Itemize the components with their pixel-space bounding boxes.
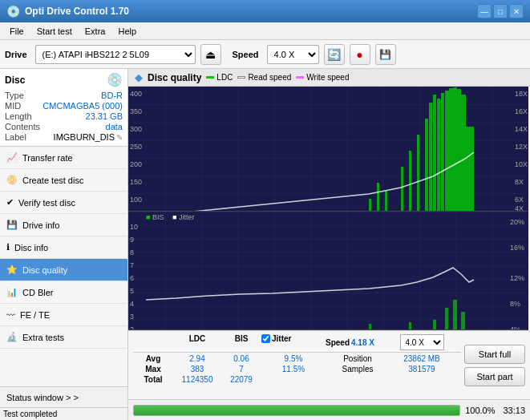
menu-file[interactable]: File bbox=[3, 25, 30, 38]
content-area: ◆ Disc quality LDC Read speed Write spee… bbox=[128, 69, 530, 420]
main: Disc 💿 Type BD-R MID CMCMAGBA5 (000) Len… bbox=[0, 69, 530, 420]
red-disc-button[interactable]: ● bbox=[350, 44, 370, 65]
svg-text:20%: 20% bbox=[510, 218, 524, 226]
max-bis: 7 bbox=[221, 365, 261, 374]
sidebar-item-disc-info[interactable]: ℹ Disc info bbox=[0, 236, 127, 259]
disc-quality-label: Disc quality bbox=[22, 265, 67, 275]
progress-bar-area: 100.0% 33:13 bbox=[128, 399, 530, 420]
disc-mid-value: CMCMAGBA5 (000) bbox=[42, 101, 123, 111]
svg-text:5: 5 bbox=[130, 287, 134, 295]
extra-tests-label: Extra tests bbox=[22, 333, 64, 342]
sidebar-item-create-test-disc[interactable]: 📀 Create test disc bbox=[0, 169, 127, 192]
read-speed-legend-label: Read speed bbox=[248, 73, 291, 82]
svg-text:4: 4 bbox=[130, 300, 134, 308]
jitter-checkbox[interactable] bbox=[261, 334, 270, 343]
total-label: Total bbox=[133, 375, 173, 384]
svg-rect-44 bbox=[409, 151, 411, 212]
save-button[interactable]: 💾 bbox=[375, 44, 396, 65]
total-bis: 22079 bbox=[221, 375, 261, 384]
transfer-rate-icon: 📈 bbox=[6, 152, 18, 163]
total-empty2 bbox=[390, 375, 454, 384]
disc-contents-value: data bbox=[106, 122, 123, 131]
ldc-legend-label: LDC bbox=[216, 73, 233, 82]
fe-te-label: FE / TE bbox=[20, 310, 50, 320]
sidebar-item-drive-info[interactable]: 💾 Drive info bbox=[0, 214, 127, 236]
verify-test-disc-icon: ✔ bbox=[6, 197, 14, 208]
drive-select[interactable]: (E:) ATAPI iHBS212 2 5L09 bbox=[35, 45, 196, 64]
cd-bler-icon: 📊 bbox=[6, 287, 18, 297]
speed-select[interactable]: 4.0 X bbox=[267, 45, 319, 64]
verify-test-disc-label: Verify test disc bbox=[18, 198, 75, 208]
menu-extra[interactable]: Extra bbox=[79, 25, 112, 38]
jitter-checkbox-container[interactable]: Jitter bbox=[261, 334, 326, 343]
svg-text:■: ■ bbox=[146, 213, 150, 221]
stats-table: LDC BIS Jitter Speed 4.18 X 4 bbox=[133, 334, 461, 396]
sidebar-item-fe-te[interactable]: 〰 FE / TE bbox=[0, 304, 127, 326]
sidebar-item-transfer-rate[interactable]: 📈 Transfer rate bbox=[0, 147, 127, 169]
disc-label-row: Label IMGBURN_DIS ✎ bbox=[5, 132, 123, 142]
bis-chart: ■ BIS ■ Jitter 10 9 8 7 6 5 4 3 2 1 20% … bbox=[128, 212, 528, 330]
close-button[interactable]: ✕ bbox=[509, 4, 524, 18]
maximize-button[interactable]: □ bbox=[493, 4, 508, 18]
svg-text:14X: 14X bbox=[515, 125, 528, 133]
svg-text:150: 150 bbox=[130, 178, 142, 186]
eject-button[interactable]: ⏏ bbox=[200, 44, 221, 65]
minimize-button[interactable]: — bbox=[477, 4, 492, 18]
stats-header: LDC BIS Jitter Speed 4.18 X 4 bbox=[133, 334, 461, 353]
write-speed-legend-label: Write speed bbox=[306, 73, 349, 82]
disc-length-row: Length 23.31 GB bbox=[5, 111, 123, 121]
svg-rect-53 bbox=[453, 87, 457, 212]
sidebar-item-extra-tests[interactable]: 🔬 Extra tests bbox=[0, 326, 127, 349]
svg-text:8X: 8X bbox=[515, 178, 524, 186]
chart-title: Disc quality bbox=[148, 72, 201, 83]
menu-help[interactable]: Help bbox=[111, 25, 143, 38]
menu-start-test[interactable]: Start test bbox=[30, 25, 79, 38]
svg-text:100: 100 bbox=[130, 196, 142, 204]
svg-rect-43 bbox=[401, 167, 403, 212]
svg-text:8%: 8% bbox=[510, 300, 520, 308]
total-ldc: 1124350 bbox=[173, 375, 221, 384]
fe-te-icon: 〰 bbox=[6, 310, 15, 320]
max-label: Max bbox=[133, 365, 173, 374]
ldc-legend-dot bbox=[206, 76, 214, 79]
header-empty bbox=[133, 334, 173, 350]
svg-text:12%: 12% bbox=[510, 274, 524, 282]
start-full-button[interactable]: Start full bbox=[464, 345, 525, 364]
sidebar-item-disc-quality[interactable]: ⭐ Disc quality bbox=[0, 259, 127, 281]
charts-container: 400 350 300 250 200 150 100 50 18X 16X 1… bbox=[128, 87, 530, 330]
position-val: 23862 MB bbox=[390, 354, 454, 363]
svg-text:200: 200 bbox=[130, 160, 142, 168]
speed-stat-label: Speed bbox=[326, 338, 350, 347]
sidebar-item-verify-test-disc[interactable]: ✔ Verify test disc bbox=[0, 192, 127, 214]
drive-info-icon: 💾 bbox=[6, 220, 18, 230]
legend-ldc: LDC bbox=[206, 73, 233, 82]
svg-rect-40 bbox=[369, 199, 371, 212]
stats-area: LDC BIS Jitter Speed 4.18 X 4 bbox=[128, 330, 530, 399]
header-jitter-check: Jitter bbox=[261, 334, 326, 350]
disc-type-label: Type bbox=[5, 91, 24, 100]
sidebar-item-cd-bler[interactable]: 📊 CD Bler bbox=[0, 281, 127, 304]
svg-rect-95 bbox=[461, 312, 465, 330]
svg-rect-56 bbox=[466, 127, 474, 212]
refresh-button[interactable]: 🔄 bbox=[324, 44, 345, 65]
disc-label-label: Label bbox=[5, 132, 26, 142]
app-icon: 💿 bbox=[6, 5, 20, 18]
titlebar: 💿 Opti Drive Control 1.70 — □ ✕ bbox=[0, 0, 530, 22]
svg-text:2: 2 bbox=[130, 325, 134, 330]
svg-text:400: 400 bbox=[130, 90, 142, 98]
svg-rect-55 bbox=[461, 95, 466, 212]
start-part-button[interactable]: Start part bbox=[464, 367, 525, 386]
total-jitter bbox=[261, 375, 326, 384]
svg-text:■: ■ bbox=[172, 213, 176, 221]
svg-rect-45 bbox=[417, 135, 419, 212]
titlebar-controls: — □ ✕ bbox=[477, 4, 524, 18]
status-window-label: Status window > > bbox=[6, 393, 79, 402]
speed-combo-select[interactable]: 4.0 X bbox=[400, 334, 444, 350]
speed-label: Speed bbox=[233, 50, 259, 59]
status-window-button[interactable]: Status window > > bbox=[0, 386, 127, 407]
total-empty1 bbox=[326, 375, 390, 384]
svg-rect-57 bbox=[128, 212, 528, 330]
position-label: Position bbox=[326, 354, 390, 363]
svg-text:300: 300 bbox=[130, 125, 142, 133]
disc-type-row: Type BD-R bbox=[5, 91, 123, 100]
